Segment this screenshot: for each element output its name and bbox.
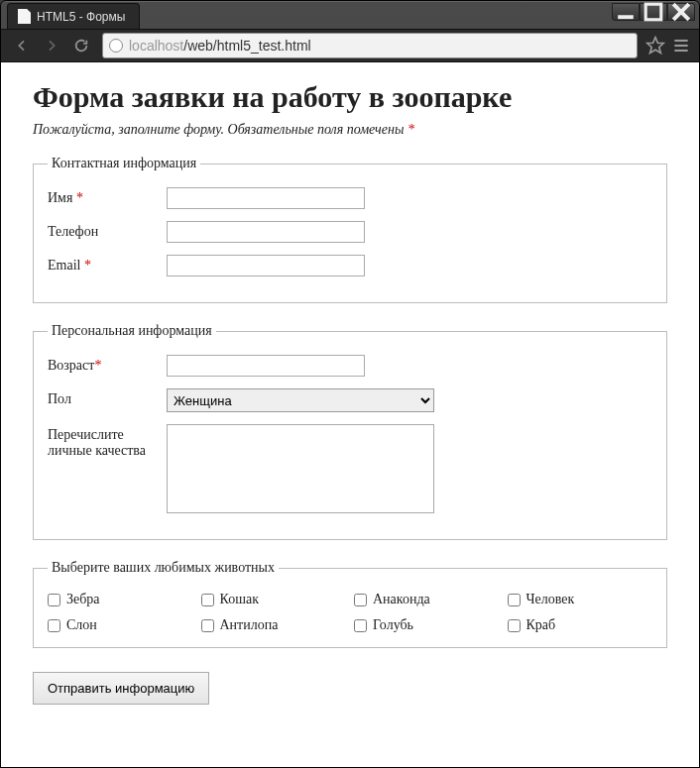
- legend-animals: Выберите ваших любимых животных: [48, 560, 279, 576]
- legend-personal: Персональная информация: [48, 323, 216, 339]
- svg-marker-4: [647, 38, 664, 54]
- close-button[interactable]: [667, 3, 695, 21]
- animal-option[interactable]: Анаконда: [354, 592, 500, 607]
- fieldset-personal: Персональная информация Возраст* Пол Жен…: [33, 323, 667, 540]
- email-input[interactable]: [167, 255, 365, 276]
- forward-button[interactable]: [39, 33, 64, 58]
- fieldset-animals: Выберите ваших любимых животных ЗебраКош…: [33, 560, 667, 648]
- animal-option[interactable]: Зебра: [48, 592, 193, 607]
- gender-label: Пол: [48, 388, 167, 407]
- page-title: Форма заявки на работу в зоопарке: [33, 80, 667, 114]
- browser-tab[interactable]: HTML5 - Формы: [7, 3, 140, 29]
- submit-button[interactable]: Отправить информацию: [33, 672, 209, 705]
- animal-label: Анаконда: [373, 592, 430, 607]
- animal-checkbox[interactable]: [48, 594, 60, 606]
- menu-icon[interactable]: [671, 36, 691, 55]
- animal-label: Кошак: [220, 592, 259, 607]
- animal-checkbox[interactable]: [201, 594, 214, 606]
- animal-option[interactable]: Человек: [508, 592, 653, 607]
- fieldset-contact: Контактная информация Имя * Телефон Emai…: [33, 156, 667, 303]
- animal-checkbox[interactable]: [48, 619, 60, 632]
- tab-title: HTML5 - Формы: [37, 10, 125, 24]
- phone-input[interactable]: [167, 221, 365, 243]
- qualities-textarea[interactable]: [167, 424, 434, 513]
- maximize-button[interactable]: [640, 3, 667, 21]
- animal-checkbox[interactable]: [508, 594, 521, 606]
- animal-checkbox[interactable]: [354, 594, 367, 606]
- browser-window: HTML5 - Формы localhost/web/html5_test.h: [0, 0, 700, 768]
- animal-option[interactable]: Слон: [48, 617, 193, 633]
- browser-toolbar: localhost/web/html5_test.html: [1, 29, 699, 62]
- document-icon: [18, 9, 31, 24]
- minimize-button[interactable]: [612, 3, 640, 21]
- animal-option[interactable]: Краб: [508, 617, 653, 633]
- animal-checkbox[interactable]: [201, 619, 214, 632]
- qualities-label: Перечислите личные качества: [48, 424, 167, 459]
- gender-select[interactable]: Женщина: [167, 388, 434, 412]
- address-bar[interactable]: localhost/web/html5_test.html: [102, 33, 638, 58]
- email-label: Email *: [48, 255, 167, 274]
- animal-label: Человек: [526, 592, 575, 607]
- reload-button[interactable]: [68, 33, 94, 58]
- phone-label: Телефон: [48, 221, 167, 240]
- animal-option[interactable]: Кошак: [201, 592, 347, 607]
- required-star: *: [408, 122, 414, 137]
- svg-rect-1: [645, 4, 661, 20]
- name-label: Имя *: [48, 187, 167, 206]
- bookmark-icon[interactable]: [645, 36, 665, 55]
- age-input[interactable]: [167, 355, 365, 377]
- animal-label: Голубь: [373, 617, 413, 633]
- animal-option[interactable]: Антилопа: [201, 617, 347, 633]
- page-content: Форма заявки на работу в зоопарке Пожалу…: [1, 62, 699, 767]
- animal-label: Антилопа: [220, 617, 279, 633]
- animal-label: Слон: [66, 617, 97, 633]
- back-button[interactable]: [9, 33, 35, 58]
- animal-checkbox[interactable]: [508, 619, 521, 632]
- url-text: localhost/web/html5_test.html: [129, 38, 311, 54]
- age-label: Возраст*: [48, 355, 167, 374]
- animal-label: Краб: [526, 617, 556, 633]
- animal-label: Зебра: [66, 592, 100, 607]
- legend-contact: Контактная информация: [48, 156, 200, 171]
- animal-checkbox[interactable]: [354, 619, 367, 632]
- name-input[interactable]: [167, 187, 365, 209]
- globe-icon: [109, 39, 123, 53]
- window-controls: [612, 3, 695, 21]
- intro-text: Пожалуйста, заполните форму. Обязательны…: [33, 122, 667, 138]
- animal-option[interactable]: Голубь: [354, 617, 500, 633]
- titlebar: HTML5 - Формы: [1, 1, 699, 29]
